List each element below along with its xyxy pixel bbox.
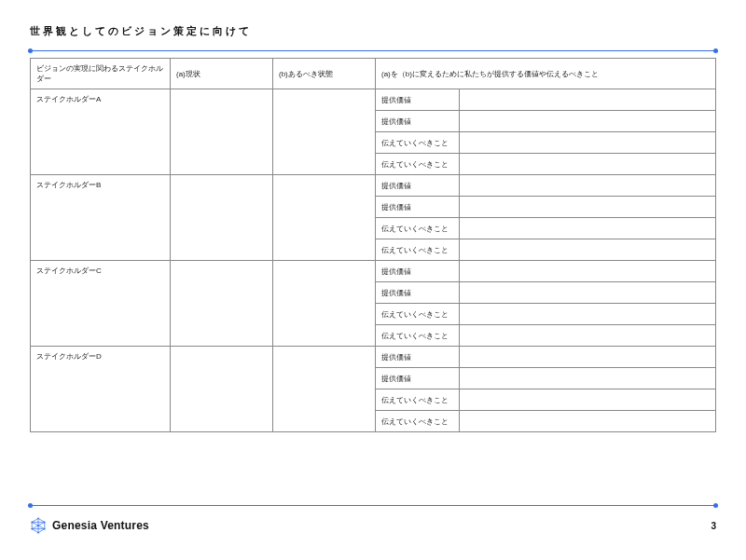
- footer: Genesia Ventures 3: [30, 517, 716, 534]
- company-logo: Genesia Ventures: [30, 517, 149, 534]
- content-cell: [460, 282, 716, 304]
- content-cell: [460, 304, 716, 325]
- message-label-cell: 伝えていくべきこと: [376, 411, 460, 432]
- table-row: ステイクホルダーD提供価値: [31, 347, 716, 368]
- current-cell: [171, 347, 273, 432]
- content-cell: [460, 89, 716, 111]
- svg-point-8: [44, 528, 46, 530]
- svg-point-7: [44, 522, 46, 524]
- message-label-cell: 伝えていくべきこと: [376, 304, 460, 325]
- value-label-cell: 提供価値: [376, 347, 460, 368]
- stakeholder-cell: ステイクホルダーA: [31, 89, 171, 175]
- header-action: (a)を（b)に変えるために私たちが提供する価値や伝えるべきこと: [376, 59, 716, 89]
- table-row: ステイクホルダーC提供価値: [31, 261, 716, 282]
- current-cell: [171, 261, 273, 347]
- content-cell: [460, 197, 716, 218]
- current-cell: [171, 175, 273, 261]
- content-cell: [460, 368, 716, 389]
- content-cell: [460, 239, 716, 261]
- message-label-cell: 伝えていくべきこと: [376, 325, 460, 347]
- rule-dot: [713, 503, 718, 508]
- page-number: 3: [711, 521, 716, 531]
- svg-point-6: [37, 517, 39, 519]
- value-label-cell: 提供価値: [376, 368, 460, 389]
- stakeholder-table: ビジョンの実現に関わるステイクホルダー (a)現状 (b)あるべき状態 (a)を…: [30, 58, 716, 432]
- rule-dot: [28, 503, 33, 508]
- header-stakeholder: ビジョンの実現に関わるステイクホルダー: [31, 59, 171, 89]
- message-label-cell: 伝えていくべきこと: [376, 389, 460, 411]
- ideal-cell: [273, 347, 376, 432]
- content-cell: [460, 411, 716, 432]
- value-label-cell: 提供価値: [376, 111, 460, 132]
- message-label-cell: 伝えていくべきこと: [376, 154, 460, 175]
- content-cell: [460, 261, 716, 282]
- stakeholder-cell: ステイクホルダーD: [31, 347, 171, 432]
- ideal-cell: [273, 175, 376, 261]
- content-cell: [460, 111, 716, 132]
- svg-point-12: [37, 525, 39, 526]
- stakeholder-cell: ステイクホルダーB: [31, 175, 171, 261]
- content-cell: [460, 389, 716, 411]
- svg-point-11: [31, 522, 33, 524]
- page-title: 世界観としてのビジョン策定に向けて: [30, 24, 252, 38]
- header-ideal: (b)あるべき状態: [273, 59, 376, 89]
- table-header-row: ビジョンの実現に関わるステイクホルダー (a)現状 (b)あるべき状態 (a)を…: [31, 59, 716, 89]
- top-rule: [30, 50, 716, 51]
- content-cell: [460, 347, 716, 368]
- value-label-cell: 提供価値: [376, 282, 460, 304]
- header-current: (a)現状: [171, 59, 273, 89]
- stakeholder-cell: ステイクホルダーC: [31, 261, 171, 347]
- message-label-cell: 伝えていくべきこと: [376, 239, 460, 261]
- value-label-cell: 提供価値: [376, 261, 460, 282]
- table-row: ステイクホルダーA提供価値: [31, 89, 716, 111]
- content-cell: [460, 154, 716, 175]
- value-label-cell: 提供価値: [376, 197, 460, 218]
- message-label-cell: 伝えていくべきこと: [376, 132, 460, 154]
- ideal-cell: [273, 261, 376, 347]
- rule-dot: [713, 48, 718, 53]
- bottom-rule: [30, 505, 716, 506]
- logo-icon: [30, 517, 47, 534]
- table-row: ステイクホルダーB提供価値: [31, 175, 716, 197]
- svg-point-10: [31, 528, 33, 530]
- content-cell: [460, 218, 716, 239]
- current-cell: [171, 89, 273, 175]
- message-label-cell: 伝えていくべきこと: [376, 218, 460, 239]
- svg-point-9: [37, 532, 39, 534]
- rule-dot: [28, 48, 33, 53]
- content-cell: [460, 175, 716, 197]
- value-label-cell: 提供価値: [376, 175, 460, 197]
- content-cell: [460, 325, 716, 347]
- content-cell: [460, 132, 716, 154]
- value-label-cell: 提供価値: [376, 89, 460, 111]
- company-name: Genesia Ventures: [52, 519, 149, 532]
- ideal-cell: [273, 89, 376, 175]
